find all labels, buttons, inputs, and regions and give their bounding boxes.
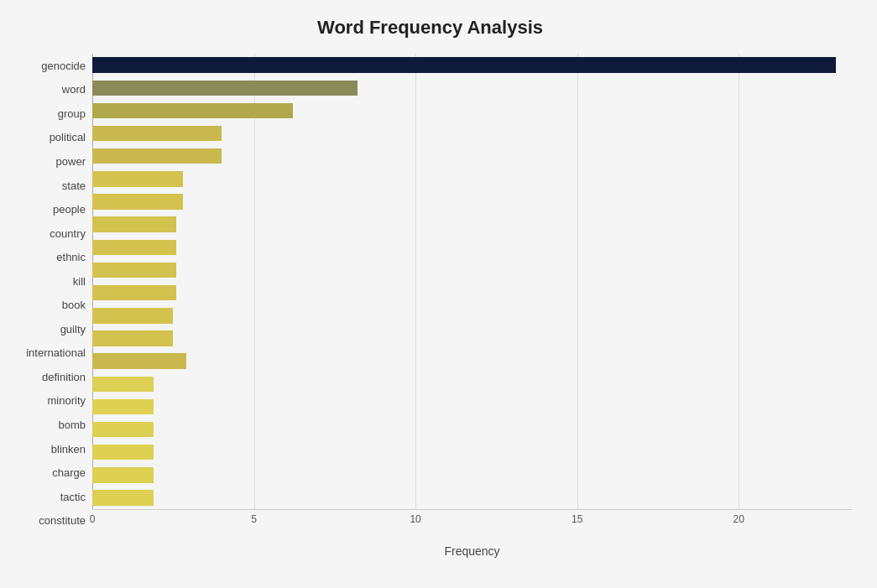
bar (92, 103, 293, 118)
bar-row (92, 99, 852, 122)
chart-container: Word Frequency Analysis genocidewordgrou… (0, 0, 877, 588)
bar-row (92, 441, 852, 464)
bar-row (92, 190, 852, 213)
bar-row (92, 236, 852, 258)
y-label: book (62, 293, 86, 317)
x-tick: 5 (251, 513, 257, 525)
bar-row (92, 395, 852, 418)
plot-area: 05101520 Frequency (92, 54, 852, 533)
bar (92, 353, 186, 368)
chart-title: Word Frequency Analysis (8, 17, 852, 39)
y-label: country (50, 221, 86, 246)
bar-row (92, 487, 852, 509)
y-label: power (56, 149, 86, 174)
y-label: people (53, 197, 86, 221)
bar-row (92, 350, 852, 372)
bar (92, 377, 154, 392)
bar (92, 399, 154, 414)
y-label: minority (47, 389, 86, 414)
bar (92, 422, 154, 437)
bar (92, 263, 176, 278)
bar (92, 490, 154, 505)
bar (92, 445, 154, 460)
y-label: international (26, 341, 86, 366)
y-label: group (58, 101, 86, 126)
bar-row (92, 372, 852, 395)
y-label: blinken (51, 437, 86, 461)
bar-row (92, 122, 852, 144)
x-tick: 10 (410, 513, 420, 525)
bar-row (92, 304, 852, 327)
x-tick: 0 (90, 513, 96, 525)
bar-row (92, 145, 852, 168)
y-label: state (62, 174, 86, 198)
bar (92, 148, 222, 164)
bar-row (92, 282, 852, 304)
y-label: charge (52, 461, 86, 485)
y-label: bomb (58, 413, 86, 437)
bar (92, 285, 176, 300)
bar-row (92, 168, 852, 190)
x-tick: 20 (733, 513, 744, 525)
bar-row (92, 76, 852, 99)
bar (92, 194, 183, 209)
y-label: political (50, 126, 86, 150)
bar-row (92, 213, 852, 236)
bar (92, 57, 836, 72)
bar-row (92, 464, 852, 487)
bar-row (92, 419, 852, 441)
y-label: guilty (60, 317, 86, 341)
y-label: ethnic (56, 245, 86, 269)
y-label: constitute (39, 508, 86, 533)
bar (92, 81, 358, 96)
bar-row (92, 258, 852, 281)
bar (92, 308, 173, 323)
x-axis-label: Frequency (444, 544, 499, 558)
bar (92, 467, 154, 482)
bar-row (92, 54, 852, 76)
bar (92, 171, 183, 186)
bars-container (92, 54, 852, 509)
y-label: genocide (41, 54, 86, 78)
bar-row (92, 327, 852, 350)
y-label: tactic (60, 485, 86, 509)
y-label: definition (42, 365, 86, 389)
y-axis-labels: genocidewordgrouppoliticalpowerstatepeop… (8, 54, 92, 533)
y-label: kill (73, 269, 86, 294)
bar (92, 240, 176, 255)
bar (92, 216, 176, 232)
bar (92, 330, 173, 346)
x-tick: 15 (572, 513, 582, 525)
y-label: word (62, 78, 86, 102)
x-axis: 05101520 (92, 509, 852, 533)
bar (92, 126, 222, 141)
